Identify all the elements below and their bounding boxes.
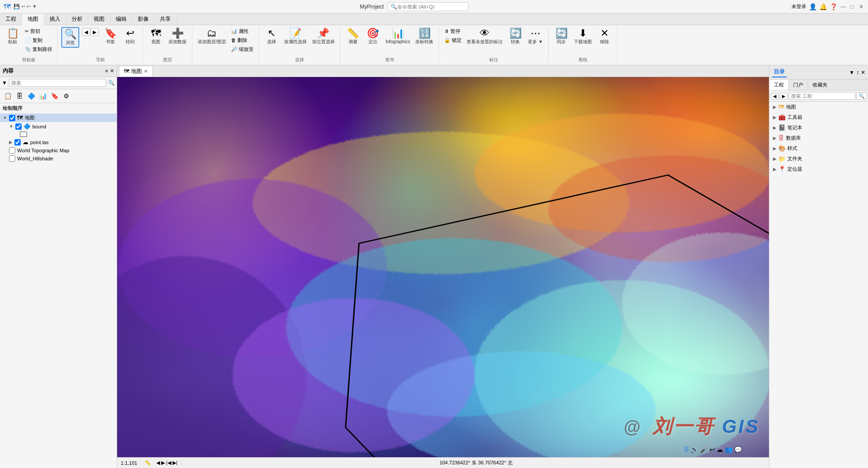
- back-button[interactable]: ◀: [82, 28, 90, 36]
- add-data-button[interactable]: ➕ 添加数据: [167, 27, 188, 46]
- add-layer-button[interactable]: 🗂 添加图层/图层: [196, 27, 228, 46]
- sidebar-search-input[interactable]: [9, 79, 106, 87]
- paste-button[interactable]: 📋 粘贴: [4, 27, 22, 46]
- tab-imagery[interactable]: 影像: [132, 14, 155, 25]
- catalog-search-input[interactable]: [789, 92, 855, 100]
- sidebar-icon-list[interactable]: 📋: [3, 91, 13, 101]
- notification-icon[interactable]: 🔔: [819, 3, 827, 10]
- view-unplaced-button[interactable]: 👁 查看未放置的标注: [465, 27, 504, 46]
- layer-item-bound[interactable]: ▼ 🔷 bound: [0, 122, 117, 131]
- right-panel-options[interactable]: ▼: [849, 69, 854, 76]
- map-tab-close[interactable]: ✕: [144, 68, 148, 74]
- right-panel-dock[interactable]: ↕: [856, 69, 859, 76]
- ribbon-group-query: 📏 测量 🎯 定位 📊 Infographics 🔢 坐标转换 查询: [341, 27, 439, 63]
- catalog-forward[interactable]: ▶: [780, 93, 788, 100]
- tab-map[interactable]: 地图: [22, 14, 44, 25]
- bookmark-button[interactable]: 🔖 书签: [101, 27, 119, 46]
- map-layer-checkbox[interactable]: [9, 115, 15, 121]
- sync-label: 同步: [557, 39, 566, 45]
- map-tab-bar: 🗺 地图 ✕: [117, 65, 769, 77]
- login-label[interactable]: 未登录: [791, 3, 806, 10]
- world-topo-name: World Topographic Map: [17, 148, 114, 153]
- copy-button[interactable]: 📄 复制: [23, 36, 54, 45]
- command-search-box[interactable]: 🔍: [387, 2, 468, 11]
- select-by-loc-button[interactable]: 📌 按位置选择: [310, 27, 336, 46]
- title-bar-right: 未登录 👤 🔔 ❓ — □ ✕: [791, 3, 864, 10]
- tab-portal[interactable]: 门户: [789, 80, 808, 90]
- coord-transform-button[interactable]: 🔢 坐标转换: [414, 27, 435, 46]
- layer-item-point-las[interactable]: ▶ ☁ point.las: [0, 138, 117, 146]
- catalog-item-notebook[interactable]: ▶ 📓 笔记本: [769, 123, 868, 133]
- add-layer-icon: 🗂: [207, 28, 217, 38]
- search-go-icon[interactable]: 🔍: [108, 80, 115, 86]
- basemap-button[interactable]: 🗺 底图: [147, 27, 165, 46]
- map-tree-label: 地图: [786, 104, 796, 110]
- tab-favorites[interactable]: 收藏夹: [808, 80, 832, 90]
- catalog-item-map[interactable]: ▶ 🗺 地图: [769, 102, 868, 112]
- locate-button[interactable]: 🎯 定位: [364, 27, 382, 46]
- select-by-attr-button[interactable]: 📝 按属性选择: [282, 27, 309, 46]
- sidebar-icon-cylinder[interactable]: 🗄: [14, 91, 24, 101]
- delete-layer-button[interactable]: 🗑 删除: [230, 36, 255, 45]
- sidebar-icon-settings[interactable]: ⚙: [61, 91, 71, 101]
- sidebar-icon-bookmark[interactable]: 🔖: [50, 91, 59, 101]
- catalog-item-toolbox[interactable]: ▶ 🧰 工具箱: [769, 112, 868, 123]
- pointlas-checkbox[interactable]: [14, 139, 21, 145]
- maximize-button[interactable]: □: [849, 4, 855, 10]
- database-tree-icon: 🗄: [778, 135, 784, 141]
- tab-share[interactable]: 共享: [155, 14, 177, 25]
- sync-button[interactable]: 🔄 同步: [552, 27, 570, 46]
- bound-layer-checkbox[interactable]: [15, 123, 22, 130]
- catalog-item-locator[interactable]: ▶ 📍 定位器: [769, 164, 868, 174]
- tab-insert[interactable]: 插入: [44, 14, 66, 25]
- remove-button[interactable]: ✕ 移除: [595, 27, 614, 46]
- measure-button[interactable]: 📏 测量: [344, 27, 362, 46]
- sidebar-icon-table[interactable]: 📊: [38, 91, 48, 101]
- more-markup-button[interactable]: ⋯ 更多 ▼: [526, 27, 545, 46]
- browse-icon: 🔍: [64, 29, 77, 39]
- folder-tree-label: 文件夹: [787, 155, 802, 162]
- command-search-input[interactable]: [397, 4, 460, 9]
- forward-button[interactable]: ▶: [91, 28, 99, 36]
- tab-project[interactable]: 工程: [0, 14, 22, 25]
- mic-icon: 🎤: [700, 446, 708, 453]
- world-hillshade-checkbox[interactable]: [9, 155, 15, 162]
- sidebar-close-icon[interactable]: ✕: [110, 68, 114, 74]
- attributes-button[interactable]: 📊 属性: [230, 27, 255, 36]
- layer-item-world-topo[interactable]: World Topographic Map: [0, 146, 117, 154]
- tab-view[interactable]: 视图: [88, 14, 110, 25]
- pause-button[interactable]: ⏸ 暂停: [443, 27, 463, 36]
- catalog-search-button[interactable]: 🔍: [856, 92, 867, 100]
- convert-button[interactable]: 🔄 转换: [506, 27, 524, 46]
- sidebar-icon-polygon[interactable]: 🔷: [26, 91, 36, 101]
- catalog-item-database[interactable]: ▶ 🗄 数据库: [769, 133, 868, 143]
- layer-item-world-hillshade[interactable]: World_Hillshade: [0, 154, 117, 163]
- sidebar-options-icon[interactable]: ≡: [105, 68, 108, 74]
- goto-button[interactable]: ↩ 转到: [121, 27, 139, 46]
- map-tab[interactable]: 🗺 地图 ✕: [119, 66, 153, 77]
- lock-button[interactable]: 🔒 锁定: [443, 36, 463, 45]
- tab-edit[interactable]: 编辑: [110, 14, 132, 25]
- zoom-to-button[interactable]: 🔎 缩放至: [230, 45, 255, 54]
- world-topo-checkbox[interactable]: [9, 147, 15, 154]
- tab-analysis[interactable]: 分析: [66, 14, 88, 25]
- copy-path-button[interactable]: 📎 复制路径: [23, 45, 54, 54]
- download-map-button[interactable]: ⬇ 下载地图: [572, 27, 594, 46]
- help-icon[interactable]: ❓: [830, 3, 837, 10]
- map-canvas[interactable]: @ 刘一哥 GIS S 🔊 🎤 ↩ ☁ 👥 💬: [117, 77, 769, 457]
- catalog-back[interactable]: ◀: [771, 93, 779, 100]
- tab-project[interactable]: 工程: [769, 80, 789, 90]
- catalog-tree: ▶ 🗺 地图 ▶ 🧰 工具箱 ▶ 📓 笔记本 ▶ 🗄 数据库 ▶ 🎨: [769, 102, 868, 174]
- catalog-item-styles[interactable]: ▶ 🎨 样式: [769, 143, 868, 154]
- cut-button[interactable]: ✂ 剪切: [23, 27, 54, 36]
- infographics-button[interactable]: 📊 Infographics: [384, 27, 412, 46]
- main-area: 内容 ≡ ✕ ▼ 🔍 📋 🗄 🔷 📊 🔖 ⚙ 绘制顺序 ▼ �: [0, 65, 868, 468]
- browse-button[interactable]: 🔍 浏览: [61, 27, 79, 48]
- minimize-button[interactable]: —: [840, 4, 846, 10]
- close-button[interactable]: ✕: [858, 4, 864, 10]
- layer-item-map[interactable]: ▼ 🗺 地图: [0, 114, 117, 122]
- right-panel-close[interactable]: ✕: [861, 69, 865, 76]
- sidebar-search: ▼ 🔍: [0, 77, 117, 89]
- catalog-item-folder[interactable]: ▶ 📁 文件夹: [769, 154, 868, 164]
- select-button[interactable]: ↖ 选择: [263, 27, 281, 46]
